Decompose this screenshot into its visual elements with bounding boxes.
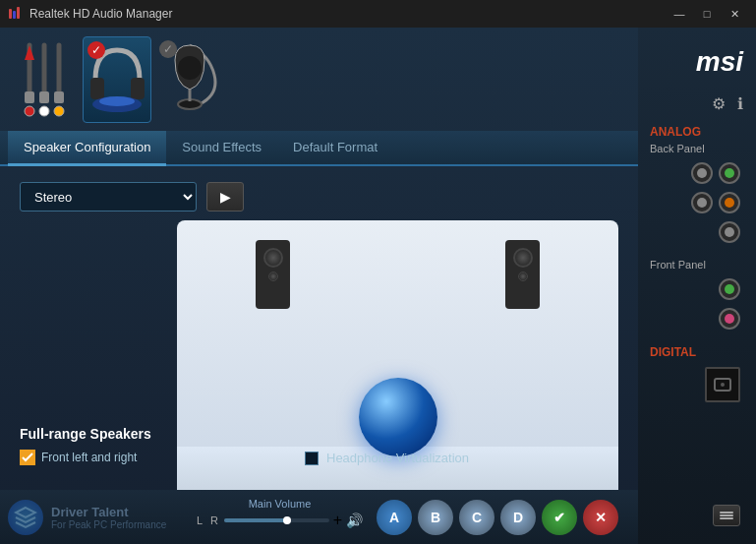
volume-slider-fill [224,518,287,522]
svg-point-17 [178,56,202,80]
svg-rect-0 [9,9,12,19]
svg-rect-8 [39,91,49,103]
svg-point-10 [25,106,34,116]
msi-logo: msi [646,37,748,87]
fullrange-section: Full-range Speakers Front left and right [20,426,151,465]
speaker-cone-right [513,248,533,268]
speaker-tweeter-right [518,272,528,281]
window-title: Realtek HD Audio Manager [29,7,666,21]
speaker-cone-left [263,248,283,268]
close-button[interactable]: ✕ [721,4,748,24]
front-jack-1a[interactable] [719,278,740,300]
speaker-tweeter-left [268,272,278,281]
listener-ball [359,378,437,456]
watermark-icon [8,500,43,535]
watermark-line1: Driver Talent [51,505,166,519]
front-lr-label: Front left and right [41,451,137,464]
back-jack-3a[interactable] [719,221,740,243]
stereo-select[interactable]: Stereo Quadraphonic 5.1 Speaker 7.1 Spea… [20,182,197,212]
maximize-button[interactable]: □ [693,4,721,24]
volume-section: Main Volume L R + 🔊 [197,498,363,529]
svg-rect-24 [720,514,733,516]
content-area: Stereo Quadraphonic 5.1 Speaker 7.1 Spea… [0,166,638,544]
tab-speaker-configuration[interactable]: Speaker Configuration [8,131,166,166]
digital-jack-row [646,367,748,402]
watermark-line2: For Peak PC Performance [51,519,166,530]
speaker-test-btn-check[interactable]: ✔ [542,500,577,535]
back-jack-row-2 [646,192,748,213]
front-jack-row-1 [646,278,748,300]
tab-default-format[interactable]: Default Format [277,131,393,166]
minimize-button[interactable]: — [666,4,693,24]
front-lr-checkbox[interactable] [20,450,35,465]
speaker-right [505,240,540,309]
stereo-select-wrapper[interactable]: Stereo Quadraphonic 5.1 Speaker 7.1 Spea… [20,182,197,212]
tab-bar: Speaker Configuration Sound Effects Defa… [0,131,638,166]
speaker-test-btn-b[interactable]: B [418,500,453,535]
front-panel-label: Front Panel [646,259,748,271]
device-rca[interactable] [10,36,79,123]
svg-rect-23 [720,512,733,514]
svg-rect-9 [54,91,64,103]
bottom-right [646,505,748,534]
settings-icon[interactable]: ⚙ [712,94,726,113]
right-panel: msi ⚙ ℹ ANALOG Back Panel [638,28,756,544]
back-jack-2b[interactable] [719,192,740,213]
volume-label: Main Volume [197,498,363,510]
fullrange-title: Full-range Speakers [20,426,151,442]
back-jack-2a[interactable] [691,192,713,213]
back-panel-label: Back Panel [646,143,748,154]
speaker-test-btn-x[interactable]: ✕ [583,500,618,535]
tab-sound-effects[interactable]: Sound Effects [166,131,277,166]
wrench-button[interactable] [713,505,740,526]
digital-jack[interactable] [705,367,740,402]
bottom-bar: Driver Talent For Peak PC Performance Ma… [0,490,638,544]
svg-rect-1 [13,11,16,19]
volume-slider-track[interactable] [224,518,329,522]
svg-point-16 [99,96,135,106]
speaker-test-btn-d[interactable]: D [500,500,536,535]
headphone-virt-row[interactable]: Headphone Virtualization [305,451,469,465]
speaker-test-btn-a[interactable]: A [377,500,412,535]
back-jack-1b[interactable] [719,162,740,184]
svg-point-12 [54,106,64,116]
main-layout: ✓ ✓ [0,28,756,544]
headphone-virt-label: Headphone Virtualization [326,451,469,465]
svg-point-11 [39,106,49,116]
front-lr-row[interactable]: Front left and right [20,450,151,465]
volume-icon: 🔊 [346,513,363,528]
svg-rect-7 [25,91,34,103]
svg-rect-14 [131,78,145,99]
left-panel: ✓ ✓ [0,28,638,544]
volume-slider-thumb[interactable] [283,516,291,524]
digital-label: DIGITAL [646,345,748,359]
back-jack-1a[interactable] [691,162,713,184]
top-icons: ⚙ ℹ [646,94,748,113]
volume-row: L R + 🔊 [197,512,363,529]
titlebar: Realtek HD Audio Manager — □ ✕ [0,0,756,28]
svg-rect-25 [720,517,733,519]
watermark-text: Driver Talent For Peak PC Performance [51,505,166,530]
speaker-left [256,240,290,309]
play-button[interactable]: ▶ [206,182,244,212]
back-jack-row-3 [646,221,748,243]
svg-point-22 [721,383,725,387]
analog-label: ANALOG [646,125,748,139]
svg-marker-6 [25,45,34,60]
speaker-visualization [177,220,618,515]
device-mic[interactable]: ✓ [155,36,224,123]
svg-rect-13 [90,78,104,99]
device-headphone[interactable]: ✓ [83,36,151,123]
info-icon[interactable]: ℹ [737,94,743,113]
stereo-row: Stereo Quadraphonic 5.1 Speaker 7.1 Spea… [20,182,618,212]
volume-right-char: R [210,514,220,526]
app-icon [8,6,24,22]
speaker-test-buttons: A B C D ✔ ✕ [377,500,618,535]
watermark: Driver Talent For Peak PC Performance [0,490,197,544]
speaker-test-btn-c[interactable]: C [459,500,494,535]
device-icons-row: ✓ ✓ [0,28,638,131]
front-jack-row-2 [646,308,748,330]
front-jack-2a[interactable] [719,308,740,330]
back-jack-row-1 [646,162,748,184]
headphone-virt-checkbox[interactable] [305,452,319,465]
